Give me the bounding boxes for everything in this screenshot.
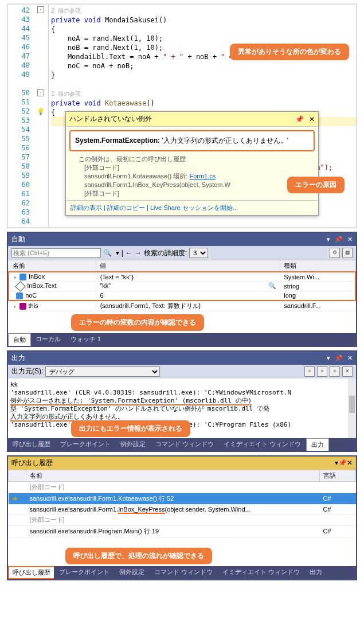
- tab-watch[interactable]: ウォッチ 1: [66, 333, 106, 346]
- close-icon[interactable]: ✕: [347, 459, 353, 467]
- autos-table: 名前値種類 ▸InBox{Text = "kk"}System.Wi... In…: [8, 260, 356, 311]
- exception-title: ハンドルされていない例外: [69, 114, 152, 124]
- fold-icon[interactable]: -: [37, 89, 44, 96]
- exception-popup[interactable]: ハンドルされていない例外 📌 ✕ System.FormatException:…: [65, 111, 319, 216]
- table-row[interactable]: ➔sansudrill.exe!sansudrill.Form1.Kotaeaw…: [9, 493, 356, 504]
- nav-fwd-icon[interactable]: →: [135, 249, 142, 257]
- tool-icon[interactable]: ⚙: [330, 248, 340, 258]
- callstack-table: 名前言語 [外部コード] ➔sansudrill.exe!sansudrill.…: [8, 470, 356, 537]
- pin-icon[interactable]: 📌: [338, 459, 347, 467]
- fold-gutter: - - 💡: [33, 5, 49, 227]
- annotation-callout: エラーの時の変数の内容が確認できる: [71, 314, 204, 331]
- lightbulb-icon[interactable]: 💡: [37, 108, 45, 115]
- panel-title: 自動: [11, 235, 25, 244]
- panel-title: 呼び出し履歴: [11, 458, 53, 468]
- tool-icon[interactable]: ≡: [304, 366, 315, 377]
- close-icon[interactable]: ✕: [347, 354, 353, 362]
- search-icon[interactable]: 🔍: [103, 249, 112, 257]
- source-link[interactable]: Form1.cs: [189, 173, 216, 180]
- tool-icon[interactable]: ≡: [317, 366, 327, 377]
- annotation-callout: 異常がありそうな所の色が変わる: [230, 44, 349, 60]
- nav-back-icon[interactable]: ←: [126, 249, 132, 257]
- tab[interactable]: イミディエイト ウィンドウ: [218, 566, 305, 579]
- tab[interactable]: 例外設定: [115, 566, 150, 579]
- tab-locals[interactable]: ローカル: [31, 333, 66, 346]
- pin-icon[interactable]: 📌: [295, 115, 304, 123]
- show-details-link[interactable]: 詳細の表示: [71, 204, 102, 211]
- tab[interactable]: 出力: [305, 566, 327, 579]
- tab-callstack[interactable]: 呼び出し履歴: [8, 566, 54, 579]
- scrollbar[interactable]: [348, 379, 356, 438]
- clear-icon[interactable]: ✕: [342, 366, 353, 377]
- tab[interactable]: ブレークポイント: [54, 566, 115, 579]
- close-icon[interactable]: ✕: [309, 115, 315, 123]
- dropdown-icon[interactable]: ▾: [327, 354, 330, 362]
- annotation-callout: エラーの原因: [287, 177, 345, 193]
- fold-icon[interactable]: -: [37, 6, 44, 13]
- exception-message: System.FormatException: '入力文字列の形式が正しくありま…: [69, 130, 315, 151]
- tool-icon[interactable]: ≡: [330, 366, 340, 377]
- table-row[interactable]: ▸InBox{Text = "kk"}System.Wi...: [9, 272, 355, 282]
- callstack-panel: 呼び出し履歴 ▾ 📌 ✕ 名前言語 [外部コード] ➔sansudrill.ex…: [7, 455, 357, 580]
- table-row[interactable]: sansudrill.exe!sansudrill.Form1.InBox_Ke…: [9, 504, 356, 514]
- copy-details-link[interactable]: 詳細のコピー: [107, 204, 145, 211]
- annotation-callout: 呼び出し履歴で、処理の流れが確認できる: [65, 548, 212, 564]
- code-editor[interactable]: 4243444546474849505152535455565758596061…: [7, 3, 357, 228]
- tab[interactable]: コマンド ウィンドウ: [151, 438, 219, 451]
- table-row[interactable]: InBox.Text"kk" 🔍string: [9, 282, 355, 291]
- pin-icon[interactable]: 📌: [335, 354, 343, 362]
- annotation-callout: 出力にもエラー情報が表示される: [71, 420, 190, 437]
- tab-output[interactable]: 出力: [306, 438, 329, 451]
- table-row[interactable]: [外部コード]: [9, 481, 356, 493]
- tab[interactable]: イミディエイト ウィンドウ: [219, 438, 306, 451]
- tab[interactable]: 呼び出し履歴: [8, 438, 56, 451]
- table-row[interactable]: sansudrill.exe!sansudrill.Program.Main()…: [9, 525, 356, 537]
- exception-stacktrace: この例外は、最初にこの呼び出し履歴 [外部コード] sansudrill.For…: [66, 155, 318, 200]
- pin-icon[interactable]: 📌: [335, 236, 343, 243]
- tab[interactable]: ブレークポイント: [56, 438, 116, 451]
- tab[interactable]: コマンド ウィンドウ: [150, 566, 218, 579]
- table-row[interactable]: ▸this{sansudrill.Form1, Text: 算数ドリル}sans…: [9, 301, 355, 311]
- liveshare-link[interactable]: Live Share セッションを開始...: [150, 204, 238, 211]
- autos-panel: 自動 ▾ 📌 ✕ 🔍 ▾ | ← → 検索の詳細度: 3 ⚙ ▦ 名前値種類 ▸…: [7, 232, 357, 347]
- dropdown-icon[interactable]: ▾: [327, 236, 330, 243]
- tab-autos[interactable]: 自動: [8, 333, 31, 346]
- depth-select[interactable]: 3: [189, 248, 208, 258]
- close-icon[interactable]: ✕: [347, 236, 353, 243]
- table-row[interactable]: [外部コード]: [9, 514, 356, 525]
- panel-title: 出力: [11, 353, 25, 363]
- tool-icon[interactable]: ▦: [342, 248, 353, 258]
- search-input[interactable]: [11, 248, 101, 258]
- line-number-gutter: 4243444546474849505152535455565758596061…: [8, 5, 33, 227]
- tab[interactable]: 例外設定: [116, 438, 151, 451]
- output-panel: 出力 ▾ 📌 ✕ 出力元(S): デバッグ ≡ ≡ ≡ ✕ kk 'sansud…: [7, 350, 357, 452]
- table-row[interactable]: noC6long: [9, 291, 355, 301]
- output-source-select[interactable]: デバッグ: [45, 366, 160, 377]
